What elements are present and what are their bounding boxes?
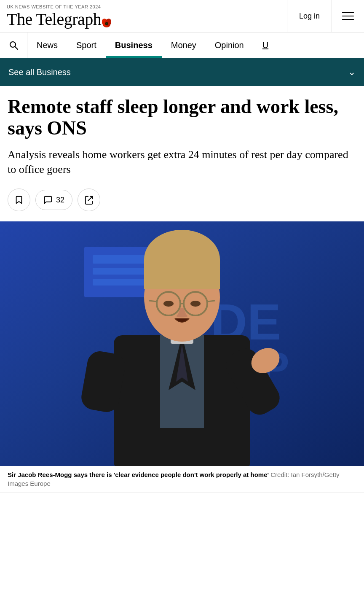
svg-line-26 xyxy=(149,301,157,302)
poppy-icon xyxy=(102,13,111,22)
article-title: Remote staff sleep longer and work less,… xyxy=(8,96,356,139)
comments-count: 32 xyxy=(56,196,64,205)
svg-point-29 xyxy=(190,301,201,307)
article-header: Remote staff sleep longer and work less,… xyxy=(0,86,364,177)
logo-area: UK News Website of the Year 2024 The Tel… xyxy=(0,0,287,32)
svg-point-28 xyxy=(163,301,174,307)
svg-line-27 xyxy=(207,301,215,302)
article-image-container: DE P xyxy=(0,221,364,466)
image-caption-bold: Sir Jacob Rees-Mogg says there is 'clear… xyxy=(8,471,269,478)
comments-button[interactable]: 32 xyxy=(35,190,72,210)
site-header: UK News Website of the Year 2024 The Tel… xyxy=(0,0,364,32)
search-icon xyxy=(8,40,19,50)
login-button[interactable]: Log in xyxy=(287,0,332,32)
nav-item-news[interactable]: News xyxy=(27,33,67,58)
article-image: DE P xyxy=(0,221,364,466)
chevron-down-icon: ⌄ xyxy=(348,67,356,78)
search-button[interactable] xyxy=(7,32,27,58)
share-icon xyxy=(84,195,94,205)
bookmark-icon xyxy=(14,195,24,205)
bookmark-button[interactable] xyxy=(8,189,30,211)
logo-stylized: The Telegraph xyxy=(7,11,101,28)
article-actions: 32 xyxy=(0,189,364,211)
nav-item-money[interactable]: Money xyxy=(162,33,206,58)
nav-items: News Sport Business Money Opinion U xyxy=(27,33,357,58)
share-button[interactable] xyxy=(78,189,100,211)
svg-point-4 xyxy=(106,23,107,24)
svg-line-6 xyxy=(15,47,18,50)
nav-item-business[interactable]: Business xyxy=(106,33,162,58)
nav-item-more[interactable]: U xyxy=(253,33,273,58)
sub-nav[interactable]: See all Business ⌄ xyxy=(0,58,364,86)
main-nav: News Sport Business Money Opinion U xyxy=(0,32,364,58)
nav-item-opinion[interactable]: Opinion xyxy=(206,33,253,58)
sub-nav-label: See all Business xyxy=(8,67,71,77)
menu-button[interactable] xyxy=(332,0,364,32)
header-actions: Log in xyxy=(287,0,364,32)
site-logo[interactable]: The Telegraph xyxy=(7,11,280,28)
site-tagline: UK News Website of the Year 2024 xyxy=(7,4,280,9)
hamburger-icon xyxy=(342,12,354,20)
image-caption: Sir Jacob Rees-Mogg says there is 'clear… xyxy=(0,466,364,493)
nav-item-sport[interactable]: Sport xyxy=(67,33,106,58)
article: Remote staff sleep longer and work less,… xyxy=(0,86,364,493)
svg-rect-22 xyxy=(144,259,220,289)
comment-icon xyxy=(43,195,53,205)
image-svg: DE P xyxy=(0,221,364,466)
article-subtitle: Analysis reveals home workers get extra … xyxy=(8,147,356,177)
